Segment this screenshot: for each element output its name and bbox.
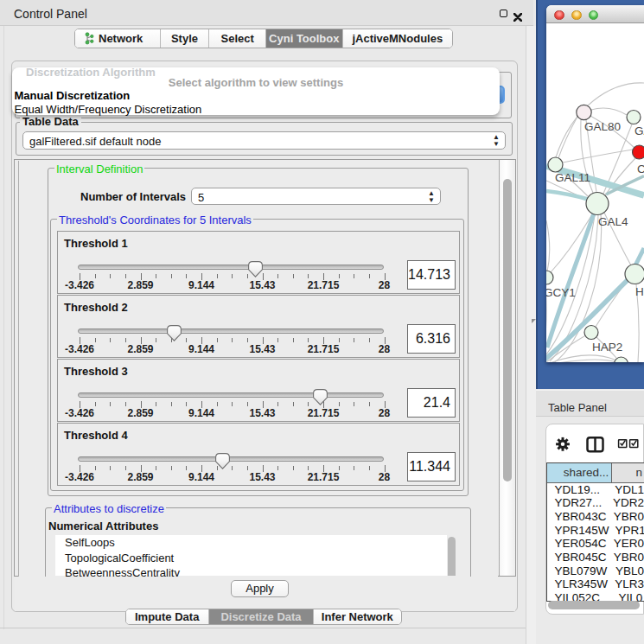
svg-text:GAL4: GAL4 — [598, 215, 628, 228]
svg-text:GAL80: GAL80 — [584, 120, 621, 133]
svg-text:H: H — [635, 285, 644, 298]
svg-text:HAP2: HAP2 — [592, 341, 622, 354]
svg-text:GCY1: GCY1 — [546, 286, 576, 299]
svg-text:GAL11: GAL11 — [555, 171, 590, 184]
svg-text:GA: GA — [634, 124, 644, 137]
svg-text:C: C — [637, 163, 644, 175]
